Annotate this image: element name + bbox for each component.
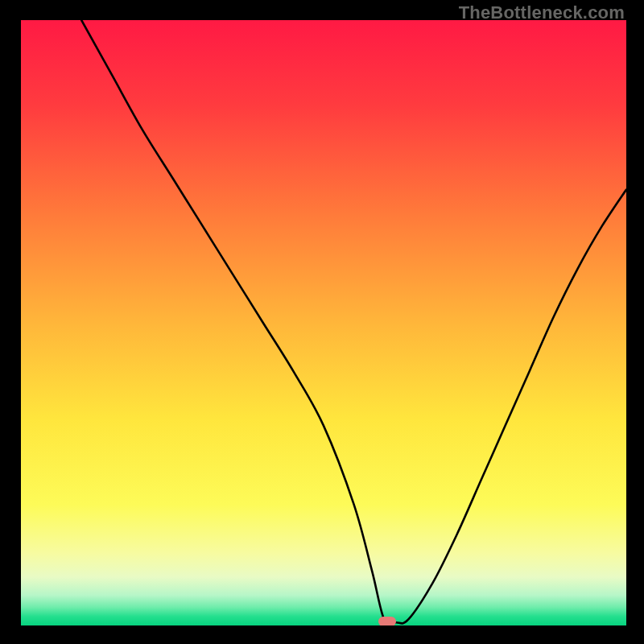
plot-area: [21, 20, 626, 625]
optimal-point-marker: [378, 617, 396, 625]
watermark-text: TheBottleneck.com: [459, 2, 625, 23]
chart-frame: TheBottleneck.com: [0, 0, 644, 644]
bottleneck-curve: [21, 20, 626, 625]
